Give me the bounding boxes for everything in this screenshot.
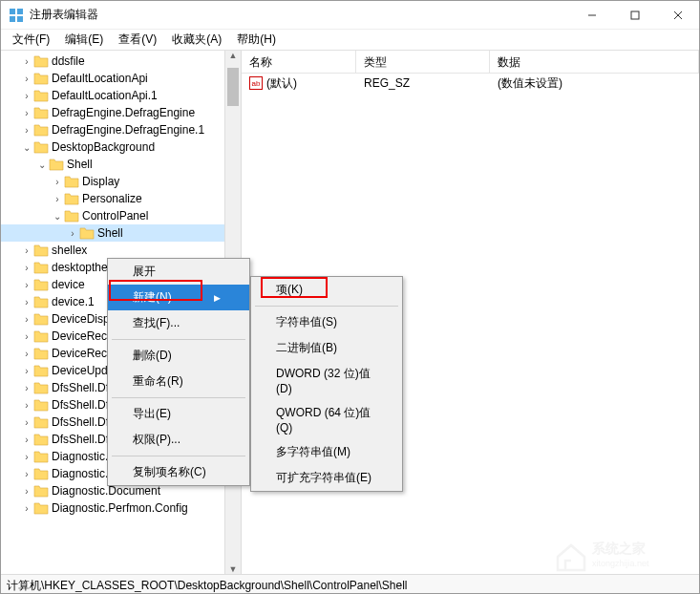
- chevron-right-icon[interactable]: ›: [20, 74, 33, 84]
- scroll-thumb[interactable]: [227, 68, 239, 106]
- ctx-find[interactable]: 查找(F)...: [108, 310, 249, 336]
- col-data[interactable]: 数据: [490, 51, 699, 73]
- chevron-right-icon[interactable]: ›: [20, 91, 33, 101]
- svg-rect-2: [10, 16, 15, 22]
- folder-icon: [33, 347, 49, 360]
- tree-item[interactable]: ⌄DesktopBackground: [1, 138, 241, 156]
- ctx-new-dword[interactable]: DWORD (32 位)值(D): [251, 361, 402, 400]
- tree-item-label: DeviceDisp: [52, 312, 110, 326]
- col-type[interactable]: 类型: [356, 51, 490, 73]
- chevron-right-icon[interactable]: ›: [20, 503, 33, 514]
- ctx-new[interactable]: 新建(N)▶: [108, 285, 249, 310]
- ctx-new-expand[interactable]: 可扩充字符串值(E): [251, 465, 402, 491]
- chevron-right-icon[interactable]: ›: [20, 349, 33, 359]
- folder-icon: [33, 381, 49, 394]
- ctx-delete[interactable]: 删除(D): [108, 343, 249, 369]
- chevron-right-icon[interactable]: ›: [51, 177, 64, 187]
- tree-item[interactable]: ›DefaultLocationApi: [1, 70, 241, 87]
- folder-icon: [33, 261, 49, 274]
- chevron-right-icon[interactable]: ›: [20, 366, 33, 376]
- ctx-new-multi[interactable]: 多字符串值(M): [251, 439, 402, 465]
- tree-item-label: DeviceRect: [52, 347, 110, 360]
- minimize-button[interactable]: [570, 1, 613, 30]
- tree-item-label: shellex: [52, 244, 87, 257]
- folder-icon: [33, 244, 49, 257]
- svg-rect-3: [17, 16, 23, 22]
- chevron-right-icon[interactable]: ›: [20, 125, 33, 136]
- ctx-new-string[interactable]: 字符串值(S): [251, 309, 402, 335]
- chevron-right-icon[interactable]: ›: [20, 314, 33, 325]
- tree-item-label: Diagnostic.Perfmon.Config: [52, 501, 188, 515]
- ctx-new-binary[interactable]: 二进制值(B): [251, 335, 402, 361]
- tree-item[interactable]: ›DefragEngine.DefragEngine: [1, 104, 241, 121]
- tree-item[interactable]: ›ddsfile: [1, 53, 241, 70]
- chevron-right-icon[interactable]: ›: [66, 228, 79, 239]
- ctx-rename[interactable]: 重命名(R): [108, 369, 249, 394]
- ctx-expand[interactable]: 展开: [108, 259, 249, 285]
- tree-item-label: Diagnostic.Document: [52, 484, 160, 498]
- tree-item[interactable]: ›Display: [1, 173, 241, 190]
- scroll-down-icon[interactable]: ▼: [225, 564, 241, 574]
- tree-item-label: DefragEngine.DefragEngine.1: [52, 123, 204, 137]
- tree-item[interactable]: ›Personalize: [1, 190, 241, 207]
- folder-icon: [33, 123, 49, 137]
- chevron-right-icon[interactable]: ›: [20, 400, 33, 411]
- value-data: (数值未设置): [490, 74, 570, 94]
- tree-item[interactable]: ›DefragEngine.DefragEngine.1: [1, 121, 241, 138]
- list-row[interactable]: ab (默认) REG_SZ (数值未设置): [242, 74, 699, 93]
- ctx-permissions[interactable]: 权限(P)...: [108, 427, 249, 453]
- folder-icon: [33, 140, 49, 154]
- folder-icon: [33, 278, 49, 291]
- chevron-right-icon[interactable]: ›: [20, 331, 33, 342]
- tree-item[interactable]: ›DefaultLocationApi.1: [1, 87, 241, 104]
- ctx-new-qword[interactable]: QWORD (64 位)值(Q): [251, 400, 402, 439]
- chevron-right-icon[interactable]: ›: [20, 383, 33, 393]
- chevron-right-icon[interactable]: ›: [20, 435, 33, 445]
- tree-item-label: Display: [82, 175, 119, 188]
- folder-icon: [33, 433, 49, 446]
- ctx-separator: [112, 456, 245, 456]
- list-header: 名称 类型 数据: [242, 51, 699, 74]
- chevron-right-icon[interactable]: ›: [20, 245, 33, 256]
- folder-icon: [33, 398, 49, 412]
- tree-item-label: desktopthe: [52, 261, 108, 274]
- chevron-right-icon[interactable]: ›: [20, 452, 33, 462]
- ctx-export[interactable]: 导出(E): [108, 401, 249, 427]
- folder-icon: [33, 106, 49, 119]
- chevron-down-icon[interactable]: ⌄: [35, 159, 49, 170]
- maximize-button[interactable]: [613, 1, 656, 30]
- folder-icon: [33, 295, 49, 308]
- ctx-separator: [112, 339, 245, 340]
- tree-item[interactable]: ›shellex: [1, 242, 241, 259]
- tree-item[interactable]: ⌄ControlPanel: [1, 207, 241, 224]
- chevron-right-icon[interactable]: ›: [20, 56, 33, 67]
- close-button[interactable]: [656, 1, 699, 30]
- menu-favorites[interactable]: 收藏夹(A): [164, 30, 229, 50]
- chevron-right-icon[interactable]: ›: [20, 297, 33, 308]
- chevron-right-icon[interactable]: ›: [20, 263, 33, 273]
- ctx-copy-key-name[interactable]: 复制项名称(C): [108, 459, 249, 485]
- chevron-right-icon[interactable]: ›: [51, 194, 64, 204]
- chevron-down-icon[interactable]: ⌄: [51, 211, 64, 222]
- chevron-right-icon[interactable]: ›: [20, 486, 33, 497]
- chevron-right-icon[interactable]: ›: [20, 469, 33, 479]
- chevron-right-icon[interactable]: ›: [20, 280, 33, 290]
- svg-rect-5: [631, 11, 639, 19]
- menu-file[interactable]: 文件(F): [5, 30, 57, 50]
- app-icon: [9, 8, 24, 23]
- tree-item[interactable]: ›Shell: [1, 224, 241, 242]
- menu-help[interactable]: 帮助(H): [229, 30, 284, 50]
- chevron-right-icon[interactable]: ›: [20, 108, 33, 118]
- tree-item[interactable]: ›Diagnostic.Perfmon.Config: [1, 499, 241, 517]
- tree-item-label: DefragEngine.DefragEngine: [52, 106, 195, 119]
- svg-rect-0: [10, 9, 15, 14]
- menu-edit[interactable]: 编辑(E): [57, 30, 111, 50]
- chevron-down-icon[interactable]: ⌄: [20, 142, 33, 153]
- scroll-up-icon[interactable]: ▲: [225, 51, 241, 60]
- ctx-new-key[interactable]: 项(K): [251, 277, 402, 303]
- col-name[interactable]: 名称: [242, 51, 356, 73]
- tree-item[interactable]: ⌄Shell: [1, 156, 241, 173]
- chevron-right-icon[interactable]: ›: [20, 417, 33, 428]
- folder-icon: [33, 89, 49, 102]
- menu-view[interactable]: 查看(V): [111, 30, 164, 50]
